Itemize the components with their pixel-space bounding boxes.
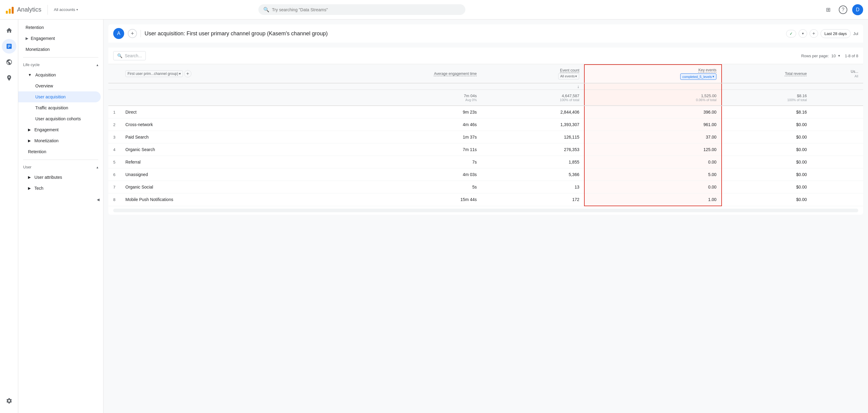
table-header-row: First user prim...channel group) ▾ + Ave… (108, 65, 863, 83)
row-num: 8 (108, 194, 121, 206)
app-title: Analytics (17, 6, 41, 13)
all-label: All (855, 74, 858, 78)
row-name: Direct (121, 106, 334, 118)
account-selector[interactable]: All accounts ▾ (54, 7, 78, 12)
report-avatar: A (113, 28, 124, 39)
nav-item-monetization[interactable]: ▶ Monetization (18, 135, 101, 146)
totals-avg-value: 7m 04s (339, 93, 477, 98)
nav-label-user-acquisition: User acquisition (35, 94, 66, 99)
report-add-button[interactable]: + (128, 29, 137, 38)
row-events: 13 (482, 181, 585, 194)
header-chevron-button[interactable]: ▾ (799, 29, 807, 38)
first-user-filter-btn[interactable]: First user prim...channel group) ▾ (125, 70, 183, 77)
key-events-dropdown-label: completed_5_levels (682, 75, 712, 79)
search-input[interactable] (272, 7, 461, 12)
row-key-events: 0.00 (584, 181, 722, 194)
row-avg-time: 7m 11s (334, 143, 482, 156)
sidebar-collapse-button[interactable]: ◂ (18, 194, 103, 205)
event-count-label: Event count (560, 68, 579, 72)
verified-badge[interactable]: ✓ (786, 30, 796, 37)
nav-item-overview[interactable]: Overview (18, 80, 101, 91)
nav-label-user-attributes: User attributes (34, 175, 62, 180)
account-label: All accounts (54, 7, 75, 12)
key-events-dropdown-btn[interactable]: completed_5_levels ▾ (680, 73, 716, 80)
account-chevron-icon: ▾ (76, 8, 78, 11)
svg-rect-2 (11, 7, 13, 13)
row-avg-time: 5s (334, 181, 482, 194)
totals-label (121, 90, 334, 106)
nav-item-engagement[interactable]: ▶ Engagement (18, 124, 101, 135)
nav-item-traffic-acquisition[interactable]: Traffic acquisition (18, 102, 101, 113)
user-avatar[interactable]: D (852, 4, 863, 15)
nav-label-engagement: Engagement (34, 127, 58, 132)
svg-rect-0 (6, 11, 8, 14)
row-events: 126,115 (482, 131, 585, 143)
tech-expand-icon: ▶ (28, 186, 31, 190)
key-events-label: Key events (699, 68, 716, 72)
header-divider (141, 30, 141, 37)
row-us (812, 194, 863, 206)
nav-label-engagement-top: Engagement (31, 36, 55, 41)
section-divider-1 (23, 57, 98, 58)
col-header-num (108, 65, 121, 83)
header-plus-button[interactable]: + (810, 29, 818, 38)
nav-item-tech[interactable]: ▶ Tech (18, 183, 101, 194)
sidebar-icon-reports[interactable] (2, 39, 17, 54)
sidebar-icon-advertising[interactable] (2, 71, 17, 85)
col-header-key-events: Key events completed_5_levels ▾ (584, 65, 722, 83)
nav-item-user-attributes[interactable]: ▶ User attributes (18, 172, 101, 183)
event-count-filter-btn[interactable]: All events ▾ (558, 73, 580, 80)
row-revenue: $0.00 (722, 156, 812, 169)
nav-item-acquisition[interactable]: ▼ Acquisition (18, 69, 101, 80)
row-revenue: $8.16 (722, 106, 812, 118)
nav-item-retention-top[interactable]: Retention (18, 22, 101, 33)
table-row: 2 Cross-network 4m 46s 1,393,307 961.00 … (108, 118, 863, 131)
user-section-header[interactable]: User ▴ (18, 163, 103, 172)
row-key-events: 125.00 (584, 143, 722, 156)
report-header: A + User acquisition: First user primary… (108, 24, 863, 42)
sort-arrow-row: ↓ (108, 83, 863, 90)
row-key-events: 37.00 (584, 131, 722, 143)
row-num: 7 (108, 181, 121, 194)
table-scrollbar[interactable] (113, 209, 858, 212)
date-range-label: Last 28 days (825, 31, 847, 36)
row-events: 276,353 (482, 143, 585, 156)
table-row: 7 Organic Social 5s 13 0.00 $0.00 (108, 181, 863, 194)
sidebar-icon-settings[interactable] (2, 393, 17, 408)
header-plus-icon: + (812, 31, 815, 36)
apps-grid-button[interactable]: ⊞ (823, 4, 834, 15)
row-revenue: $0.00 (722, 181, 812, 194)
rows-per-page-chevron-icon[interactable]: ▾ (838, 54, 840, 58)
table-search-box[interactable]: 🔍 Search... (113, 51, 146, 60)
row-key-events: 0.00 (584, 156, 722, 169)
expand-icon: ▶ (26, 36, 28, 40)
nav-item-retention-bottom[interactable]: Retention (18, 146, 101, 157)
nav-item-user-acquisition-cohorts[interactable]: User acquisition cohorts (18, 113, 101, 124)
nav-item-user-acquisition[interactable]: User acquisition (18, 91, 101, 102)
row-avg-time: 7s (334, 156, 482, 169)
row-num: 1 (108, 106, 121, 118)
nav-label-retention-bottom: Retention (28, 149, 46, 154)
table-row: 4 Organic Search 7m 11s 276,353 125.00 $… (108, 143, 863, 156)
date-range-button[interactable]: Last 28 days (820, 29, 851, 38)
row-events: 1,855 (482, 156, 585, 169)
nav-item-engagement-top[interactable]: ▶ Engagement (18, 33, 101, 44)
sidebar-icon-explore[interactable] (2, 55, 17, 69)
lifecycle-label: Life cycle (23, 62, 39, 67)
totals-avg-sub: Avg 0% (339, 98, 477, 102)
lifecycle-section-header[interactable]: Life cycle ▴ (18, 60, 103, 69)
help-button[interactable]: ? (839, 5, 847, 14)
row-key-events: 5.00 (584, 169, 722, 181)
table-search-placeholder: Search... (125, 53, 142, 58)
totals-events-sub: 100% of total (487, 98, 580, 102)
add-dimension-button[interactable]: + (184, 70, 191, 77)
table-search-icon: 🔍 (117, 53, 122, 58)
sidebar-icon-home[interactable] (2, 23, 17, 38)
topbar: Analytics All accounts ▾ 🔍 ⊞ ? D (0, 0, 868, 20)
totals-key-events: 1,525.00 0.06% of total (584, 90, 722, 106)
nav-item-monetization-top[interactable]: Monetization (18, 44, 101, 55)
row-name: Referral (121, 156, 334, 169)
search-bar[interactable]: 🔍 (258, 4, 465, 15)
totals-events: 4,647,587 100% of total (482, 90, 585, 106)
nav-sidebar: Retention ▶ Engagement Monetization Life… (18, 20, 103, 413)
